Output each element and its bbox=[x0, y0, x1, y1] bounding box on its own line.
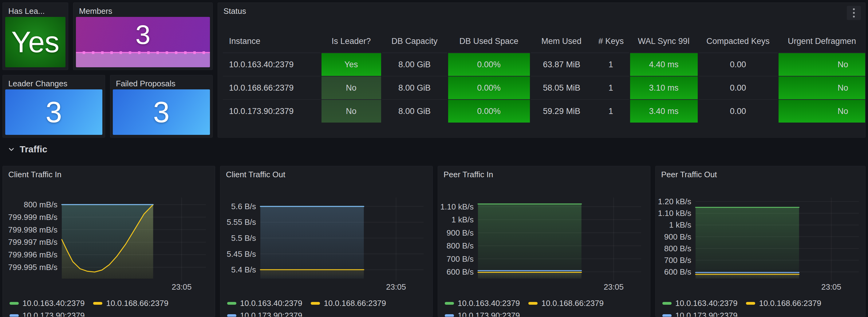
legend-item[interactable]: 10.0.173.90:2379 bbox=[227, 311, 302, 317]
table-cell: 0.00% bbox=[447, 76, 530, 99]
legend-series-color bbox=[9, 314, 19, 317]
legend-label: 10.0.173.90:2379 bbox=[675, 311, 737, 317]
legend-label: 10.0.163.40:2379 bbox=[675, 298, 737, 308]
members-stat: 3 bbox=[76, 17, 210, 67]
x-axis-tick-label: 23:05 bbox=[375, 282, 418, 292]
y-axis-tick-label: 600 B/s bbox=[438, 267, 474, 277]
y-axis-tick-label: 700 B/s bbox=[656, 255, 691, 265]
table-cell: 3.10 ms bbox=[629, 76, 698, 99]
legend-label: 10.0.168.66:2379 bbox=[541, 298, 603, 308]
y-axis-tick-label: 1 kB/s bbox=[656, 220, 691, 230]
y-axis-tick-label: 1 kB/s bbox=[438, 215, 474, 225]
kebab-menu-icon[interactable] bbox=[847, 6, 861, 20]
legend-item[interactable]: 10.0.168.66:2379 bbox=[93, 298, 168, 308]
panel-peer-traffic-out: Peer Traffic Out 1.20 kB/s1.10 kB/s1 kB/… bbox=[655, 166, 866, 317]
panel-leader-changes: Leader Changes 3 bbox=[2, 75, 105, 137]
column-header[interactable]: Mem Used bbox=[530, 30, 593, 53]
panel-title[interactable]: Failed Proposals bbox=[116, 79, 176, 89]
panel-title[interactable]: Members bbox=[79, 6, 112, 16]
legend-label: 10.0.173.90:2379 bbox=[240, 311, 302, 317]
legend-item[interactable]: 10.0.163.40:2379 bbox=[9, 298, 85, 308]
y-axis-tick-label: 799.995 mB/s bbox=[3, 262, 58, 272]
stat-value: Yes bbox=[11, 27, 60, 57]
panel-client-traffic-in: Client Traffic In 800 mB/s799.999 mB/s79… bbox=[2, 166, 215, 317]
table-cell: 0.00% bbox=[447, 99, 530, 123]
legend-item[interactable]: 10.0.173.90:2379 bbox=[662, 311, 737, 317]
has-leader-stat: Yes bbox=[5, 17, 65, 67]
table-cell: 0.00 bbox=[698, 76, 778, 99]
column-header[interactable]: WAL Sync 99ǀ bbox=[629, 30, 698, 53]
y-axis-tick-label: 5.5 B/s bbox=[220, 233, 256, 243]
y-axis-tick-label: 5.4 B/s bbox=[220, 265, 256, 275]
y-axis-tick-label: 799.996 mB/s bbox=[3, 250, 58, 259]
x-axis-tick-label: 23:05 bbox=[810, 282, 853, 292]
table-cell: 4.40 ms bbox=[629, 53, 698, 76]
column-header[interactable]: DB Capacity bbox=[381, 30, 447, 53]
chevron-down-icon[interactable] bbox=[6, 144, 17, 155]
table-cell: 10.0.163.40:2379 bbox=[223, 53, 321, 76]
series-area bbox=[260, 207, 364, 279]
legend-series-color bbox=[445, 302, 454, 305]
members-sparkline-area bbox=[76, 53, 210, 67]
table-cell: 8.00 GiB bbox=[381, 53, 447, 76]
y-axis-tick-label: 800 mB/s bbox=[3, 200, 58, 210]
y-axis-tick-label: 799.999 mB/s bbox=[3, 212, 58, 222]
panel-has-leader: Has Lea... Yes bbox=[2, 2, 68, 70]
table-row: 10.0.168.66:2379No8.00 GiB0.00%58.05 MiB… bbox=[223, 76, 865, 99]
table-cell: 8.00 GiB bbox=[381, 76, 447, 99]
series-area bbox=[695, 207, 799, 279]
legend-series-color bbox=[227, 314, 236, 317]
legend: 10.0.163.40:237910.0.168.66:237910.0.173… bbox=[445, 297, 648, 317]
legend-label: 10.0.168.66:2379 bbox=[759, 298, 821, 308]
panel-title[interactable]: Has Lea... bbox=[8, 6, 45, 16]
section-header-traffic[interactable]: Traffic bbox=[2, 141, 866, 157]
table-cell: 0.00% bbox=[447, 53, 530, 76]
table-cell: 0.00 bbox=[698, 99, 778, 123]
legend-item[interactable]: 10.0.163.40:2379 bbox=[662, 298, 737, 308]
table-cell: No bbox=[778, 99, 865, 123]
legend-label: 10.0.173.90:2379 bbox=[23, 311, 85, 317]
column-header[interactable]: Instance bbox=[223, 30, 321, 53]
y-axis-tick-label: 600 B/s bbox=[656, 267, 691, 277]
table-cell: 58.05 MiB bbox=[530, 76, 593, 99]
legend-label: 10.0.168.66:2379 bbox=[106, 298, 168, 308]
table-cell: 0.00 bbox=[698, 53, 778, 76]
series-area bbox=[62, 204, 153, 279]
column-header[interactable]: Compacted Keys bbox=[698, 30, 778, 53]
column-header[interactable]: Is Leader? bbox=[321, 30, 381, 53]
y-axis-tick-label: 5.55 B/s bbox=[220, 217, 256, 227]
legend-label: 10.0.163.40:2379 bbox=[240, 298, 302, 308]
series-area bbox=[695, 273, 799, 279]
table-cell: 1 bbox=[593, 76, 629, 99]
legend-item[interactable]: 10.0.168.66:2379 bbox=[528, 298, 603, 308]
panel-title[interactable]: Status bbox=[223, 6, 246, 16]
legend-item[interactable]: 10.0.173.90:2379 bbox=[445, 311, 520, 317]
section-label[interactable]: Traffic bbox=[20, 144, 47, 155]
x-axis-tick-label: 23:05 bbox=[592, 282, 635, 292]
series-area bbox=[478, 204, 582, 279]
column-header[interactable]: # Keys bbox=[593, 30, 629, 53]
y-axis-tick-label: 799.998 mB/s bbox=[3, 225, 58, 235]
legend-item[interactable]: 10.0.173.90:2379 bbox=[9, 311, 85, 317]
legend-label: 10.0.173.90:2379 bbox=[458, 311, 520, 317]
legend-series-color bbox=[445, 314, 454, 317]
column-header[interactable]: DB Used Space bbox=[447, 30, 530, 53]
table-cell: Yes bbox=[321, 53, 381, 76]
legend: 10.0.163.40:237910.0.168.66:237910.0.173… bbox=[9, 297, 212, 317]
table-row: 10.0.173.90:2379No8.00 GiB0.00%59.29 MiB… bbox=[223, 99, 865, 123]
legend-item[interactable]: 10.0.163.40:2379 bbox=[227, 298, 302, 308]
legend-series-color bbox=[528, 302, 537, 305]
members-sparkline-points bbox=[76, 51, 210, 54]
y-axis-tick-label: 800 B/s bbox=[656, 244, 691, 253]
panel-title[interactable]: Leader Changes bbox=[8, 79, 67, 89]
legend-item[interactable]: 10.0.168.66:2379 bbox=[311, 298, 386, 308]
table-cell: 3.40 ms bbox=[629, 99, 698, 123]
y-axis-tick-label: 799.997 mB/s bbox=[3, 237, 58, 247]
dashboard: Has Lea... Yes Members 3 Leader Changes … bbox=[0, 0, 868, 317]
column-header[interactable]: Urgent Defragmen bbox=[778, 30, 865, 53]
legend-item[interactable]: 10.0.163.40:2379 bbox=[445, 298, 520, 308]
failed-proposals-stat: 3 bbox=[113, 89, 210, 135]
table-cell: No bbox=[321, 76, 381, 99]
legend-item[interactable]: 10.0.168.66:2379 bbox=[746, 298, 821, 308]
table-cell: No bbox=[778, 76, 865, 99]
